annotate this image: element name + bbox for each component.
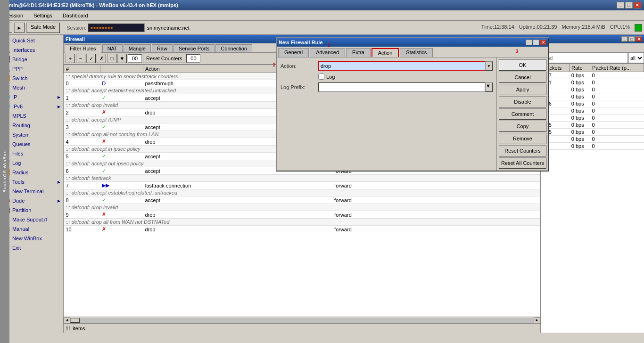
tab-statistics[interactable]: Statistics (400, 48, 433, 57)
sidebar-item-exit[interactable]: 🚪 Exit (1, 243, 62, 253)
cpu-indicator (635, 24, 642, 32)
cancel-btn[interactable]: Cancel (499, 72, 546, 83)
log-prefix-input[interactable] (318, 82, 485, 92)
copy-btn[interactable]: Copy (499, 121, 546, 132)
action-label: Action: (281, 63, 318, 69)
log-label: Log (326, 74, 335, 80)
sidebar-item-ip[interactable]: 🌐 IP ▶ (1, 92, 62, 102)
action-row: 2 Action: ▼ (281, 61, 493, 71)
sidebar-item-mpls[interactable]: 📡 MPLS (1, 111, 62, 121)
sidebar-item-mesh[interactable]: ⬡ Mesh (1, 83, 62, 92)
sidebar: ⚡ Quick Set 🔌 Interfaces 🌉 Bridge 📞 PPP … (0, 35, 64, 333)
close-btn[interactable]: ✕ (634, 2, 641, 8)
tools-arrow: ▶ (58, 180, 60, 184)
sidebar-item-interfaces[interactable]: 🔌 Interfaces (1, 45, 62, 55)
action-input[interactable] (318, 61, 485, 71)
sidebar-item-files[interactable]: 📁 Files (1, 149, 62, 158)
sidebar-item-log[interactable]: 📝 Log (1, 158, 62, 168)
time-label: Time:12:38:14 (481, 24, 514, 32)
action-number-label: 2 (273, 62, 276, 67)
dialog-close-btn[interactable]: ✕ (540, 40, 546, 45)
disable-btn[interactable]: Disable (499, 96, 546, 107)
log-row: Log (281, 74, 493, 80)
log-prefix-dropdown-btn[interactable]: ▼ (485, 82, 493, 92)
routeros-label-area: RouterOS WinBox (0, 0, 9, 333)
apply-btn[interactable]: Apply (499, 84, 546, 95)
main-title-bar: admin@64:D1:54:94:E3:E2 (MikroTik) - Win… (0, 0, 644, 10)
tab-advanced[interactable]: Advanced (310, 48, 345, 57)
sidebar-item-queues[interactable]: 📋 Queues (1, 139, 62, 149)
sidebar-item-new-winbox[interactable]: 🖥 New WinBox (1, 234, 62, 243)
sidebar-item-ppp[interactable]: 📞 PPP (1, 64, 62, 74)
action-dropdown-btn[interactable]: ▼ (485, 61, 493, 71)
buttons-number-label: 3 (516, 49, 519, 54)
minimize-btn[interactable]: _ (617, 2, 624, 8)
tab-extra[interactable]: Extra (346, 48, 371, 57)
remove-btn[interactable]: Remove (499, 133, 546, 144)
menu-bar: Session Settings Dashboard (0, 10, 644, 21)
reset-all-counters-btn[interactable]: Reset All Counters (499, 157, 546, 169)
maximize-btn[interactable]: □ (625, 2, 633, 8)
dialog-tab-bar: 1 General Advanced Extra Action Statisti… (277, 47, 548, 57)
session-host: sn.mynetname.net (147, 25, 190, 31)
session-label: Session: (66, 25, 86, 31)
dialog-minimize-btn[interactable]: _ (526, 40, 532, 45)
dialog-maximize-btn[interactable]: □ (533, 40, 539, 45)
dialog-title-text: New Firewall Rule (279, 40, 323, 45)
dialog-form: 2 Action: ▼ Log (277, 57, 496, 171)
dialog-title-bar: New Firewall Rule _ □ ✕ (277, 38, 548, 47)
ip-arrow: ▶ (58, 95, 60, 99)
tab-number-label: 1 (328, 43, 330, 48)
dialog-controls: _ □ ✕ (526, 40, 546, 45)
sidebar-item-ipv6[interactable]: 🌐 IPv6 ▶ (1, 102, 62, 111)
safe-mode-btn[interactable]: Safe Mode (26, 23, 60, 33)
main-toolbar: ◄ ► Safe Mode Session: sn.mynetname.net … (0, 21, 644, 35)
sidebar-item-bridge[interactable]: 🌉 Bridge (1, 55, 62, 64)
ok-btn[interactable]: OK (499, 59, 546, 71)
sidebar-item-quick-set[interactable]: ⚡ Quick Set (1, 36, 62, 45)
log-prefix-row: Log Prefix: ▼ (281, 82, 493, 92)
sidebar-item-radius[interactable]: 📶 Radius (1, 168, 62, 177)
content-area: Firewall _ □ ✕ Filter Rules NAT Mangle R… (64, 35, 644, 333)
main-layout: ⚡ Quick Set 🔌 Interfaces 🌉 Bridge 📞 PPP … (0, 35, 644, 333)
sidebar-item-switch[interactable]: 🔀 Switch (1, 74, 62, 83)
time-value: 12:38:14 (494, 24, 514, 30)
uptime-label: Uptime:00:21:39 (519, 24, 557, 32)
tab-general[interactable]: General (278, 48, 309, 57)
new-firewall-rule-dialog: New Firewall Rule _ □ ✕ 1 General Advanc… (276, 37, 549, 172)
app-title: admin@64:D1:54:94:E3:E2 (MikroTik) - Win… (3, 2, 178, 8)
sidebar-item-routing[interactable]: 🗺 Routing (1, 121, 62, 130)
sidebar-item-manual[interactable]: 📚 Manual (1, 224, 62, 234)
cpu-label: CPU:1% (610, 24, 630, 32)
dialog-overlay: New Firewall Rule _ □ ✕ 1 General Advanc… (64, 35, 644, 333)
log-prefix-label: Log Prefix: (281, 84, 318, 90)
title-controls: _ □ ✕ (617, 2, 641, 8)
sidebar-item-system[interactable]: ⚙ System (1, 130, 62, 139)
reset-counters-btn[interactable]: Reset Counters (499, 145, 546, 156)
sidebar-item-dude[interactable]: 🔴 Dude ▶ (1, 196, 62, 205)
status-area: Time:12:38:14 Uptime:00:21:39 Memory:218… (481, 24, 642, 32)
comment-btn[interactable]: Comment (499, 108, 546, 120)
sidebar-item-make-supout[interactable]: 📄 Make Supout.rf (1, 215, 62, 224)
log-checkbox[interactable] (318, 74, 324, 80)
ipv6-arrow: ▶ (58, 105, 60, 109)
tab-action[interactable]: Action (372, 48, 399, 57)
memory-label: Memory:218.4 MiB (562, 24, 605, 32)
forward-btn[interactable]: ► (14, 23, 25, 33)
action-input-wrap: ▼ (318, 61, 493, 71)
menu-settings[interactable]: Settings (31, 12, 55, 19)
dialog-buttons-panel: 3 OK Cancel Apply Disable Comment Copy R… (496, 57, 548, 171)
routeros-winbox-label: RouterOS WinBox (2, 151, 7, 193)
session-input[interactable] (88, 24, 145, 32)
dialog-body: 2 Action: ▼ Log (277, 57, 548, 171)
menu-dashboard[interactable]: Dashboard (60, 12, 91, 19)
sidebar-item-partition[interactable]: 💾 Partition (1, 205, 62, 215)
sidebar-item-new-terminal[interactable]: 💻 New Terminal (1, 187, 62, 196)
dude-arrow: ▶ (58, 199, 60, 203)
sidebar-item-tools[interactable]: 🔧 Tools ▶ (1, 177, 62, 187)
log-prefix-wrap: ▼ (318, 82, 493, 92)
